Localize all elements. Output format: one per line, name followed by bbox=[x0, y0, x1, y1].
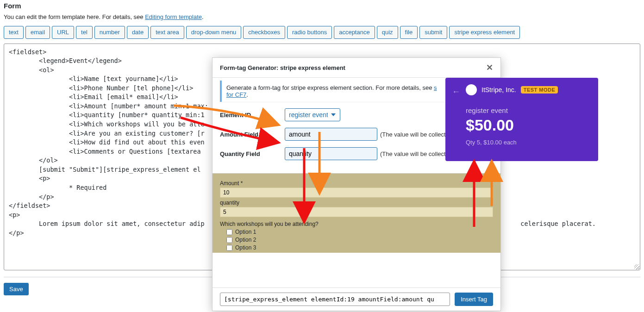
tag-button-email[interactable]: email bbox=[25, 26, 50, 39]
preview-option-label: Option 1 bbox=[235, 229, 256, 235]
tag-button-checkboxes[interactable]: checkboxes bbox=[243, 26, 285, 39]
preview-amount-label: Amount * bbox=[220, 180, 493, 187]
quantity-field-label: Quantity Field bbox=[220, 150, 285, 157]
tag-button-URL[interactable]: URL bbox=[52, 26, 74, 39]
amount-field-input[interactable] bbox=[285, 128, 377, 141]
preview-option-label: Option 2 bbox=[235, 237, 256, 243]
quantity-field-input[interactable] bbox=[285, 147, 377, 160]
tag-button-file[interactable]: file bbox=[400, 26, 418, 39]
stripe-qty-line: Qty 5, $10.00 each bbox=[466, 139, 589, 146]
quantity-field-hint: (The value will be collecte bbox=[380, 150, 449, 157]
merchant-logo-icon bbox=[466, 84, 477, 95]
tag-button-stripe-express-element[interactable]: stripe express element bbox=[449, 26, 520, 39]
tag-button-tel[interactable]: tel bbox=[76, 26, 93, 39]
element-id-label: Element ID bbox=[220, 112, 285, 119]
preview-option-label: Option 3 bbox=[235, 244, 256, 251]
element-id-select[interactable]: register event bbox=[285, 108, 340, 121]
tag-button-quiz[interactable]: quiz bbox=[377, 26, 398, 39]
preview-option-checkbox[interactable] bbox=[226, 237, 232, 243]
preview-option: Option 2 bbox=[220, 237, 493, 243]
preview-option: Option 1 bbox=[220, 229, 493, 235]
preview-option-checkbox[interactable] bbox=[226, 245, 232, 251]
tag-button-number[interactable]: number bbox=[94, 26, 125, 39]
tag-button-radio-buttons[interactable]: radio buttons bbox=[287, 26, 332, 39]
test-mode-badge: TEST MODE bbox=[521, 86, 558, 94]
preview-option: Option 3 bbox=[220, 244, 493, 251]
preview-quantity-input[interactable] bbox=[220, 207, 493, 217]
merchant-name: ItStripe, Inc. bbox=[481, 86, 516, 94]
tag-output[interactable] bbox=[220, 293, 450, 306]
modal-title: Form-tag Generator: stripe express eleme… bbox=[220, 64, 345, 71]
tag-button-row: textemailURLtelnumberdatetext areadrop-d… bbox=[4, 26, 640, 41]
preview-amount-input[interactable] bbox=[220, 187, 493, 198]
preview-option-checkbox[interactable] bbox=[226, 229, 232, 235]
info-text: Generate a form-tag for stripe express e… bbox=[226, 84, 434, 91]
info-link2[interactable]: for CF7 bbox=[226, 91, 246, 98]
amount-field-hint: (The value will be collecte bbox=[380, 131, 449, 138]
tag-button-text[interactable]: text bbox=[4, 26, 24, 39]
desc-link[interactable]: Editing form template bbox=[145, 13, 202, 20]
form-description: You can edit the form template here. For… bbox=[4, 13, 640, 20]
back-arrow-icon[interactable]: ← bbox=[452, 87, 460, 97]
info-period: . bbox=[246, 91, 248, 98]
tag-button-drop-down-menu[interactable]: drop-down menu bbox=[186, 26, 242, 39]
tag-button-submit[interactable]: submit bbox=[419, 26, 447, 39]
insert-tag-button[interactable]: Insert Tag bbox=[455, 293, 493, 306]
form-preview: Amount * quantity Which workshops will y… bbox=[213, 173, 500, 253]
tag-button-acceptance[interactable]: acceptance bbox=[334, 26, 375, 39]
page-title: Form bbox=[4, 2, 640, 10]
stripe-item-name: register event bbox=[466, 106, 589, 114]
desc-text: You can edit the form template here. For… bbox=[4, 13, 145, 20]
desc-suffix: . bbox=[202, 13, 204, 20]
close-icon[interactable]: ✕ bbox=[486, 62, 493, 73]
info-link-cut[interactable]: s bbox=[434, 84, 437, 91]
tag-button-date[interactable]: date bbox=[127, 26, 149, 39]
stripe-checkout-preview: ← ItStripe, Inc. TEST MODE register even… bbox=[445, 78, 598, 161]
amount-field-label: Amount Field bbox=[220, 131, 285, 138]
save-button[interactable]: Save bbox=[4, 283, 29, 295]
tag-button-text-area[interactable]: text area bbox=[150, 26, 184, 39]
preview-quantity-label: quantity bbox=[220, 200, 493, 206]
preview-workshops-label: Which workshops will you be attending? bbox=[220, 221, 493, 227]
stripe-amount: $50.00 bbox=[466, 116, 589, 134]
